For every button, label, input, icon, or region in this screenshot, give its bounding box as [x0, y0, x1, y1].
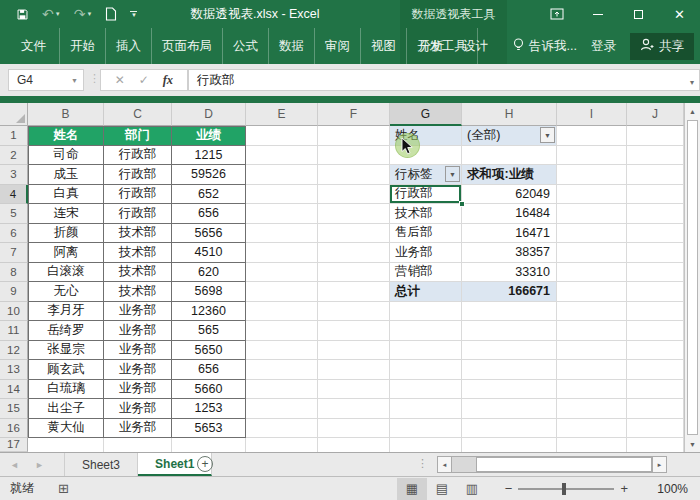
- page-break-view-icon[interactable]: ▥: [457, 478, 487, 500]
- cell-G17[interactable]: [390, 438, 462, 452]
- cell-H5[interactable]: 16484: [462, 204, 557, 224]
- row-header-2[interactable]: 2: [0, 146, 28, 166]
- row-header-6[interactable]: 6: [0, 224, 28, 244]
- page-layout-view-icon[interactable]: ▤: [427, 478, 457, 500]
- cell-H1[interactable]: (全部)▼: [462, 126, 557, 146]
- next-sheet-icon[interactable]: ►: [35, 460, 44, 470]
- cell-C4[interactable]: 行政部: [104, 185, 172, 205]
- cell-B15[interactable]: 出尘子: [28, 399, 104, 419]
- cell-F10[interactable]: [318, 302, 390, 322]
- ribbon-display-options-icon[interactable]: [536, 0, 577, 28]
- cell-J1[interactable]: [627, 126, 684, 146]
- cell-B2[interactable]: 司命: [28, 146, 104, 166]
- cell-F14[interactable]: [318, 380, 390, 400]
- cell-H7[interactable]: 38357: [462, 243, 557, 263]
- share-button[interactable]: 共享: [630, 33, 694, 60]
- cell-I7[interactable]: [557, 243, 627, 263]
- horizontal-scrollbar[interactable]: ◄ ►: [437, 456, 667, 473]
- cell-G7[interactable]: 业务部: [390, 243, 462, 263]
- row-header-8[interactable]: 8: [0, 263, 28, 283]
- cell-H2[interactable]: [462, 146, 557, 166]
- cell-C5[interactable]: 行政部: [104, 204, 172, 224]
- cell-D10[interactable]: 12360: [172, 302, 246, 322]
- cell-F2[interactable]: [318, 146, 390, 166]
- cell-F11[interactable]: [318, 321, 390, 341]
- row-header-13[interactable]: 13: [0, 360, 28, 380]
- row-header-10[interactable]: 10: [0, 302, 28, 322]
- cell-I5[interactable]: [557, 204, 627, 224]
- cell-J9[interactable]: [627, 282, 684, 302]
- cell-F4[interactable]: [318, 185, 390, 205]
- cell-C2[interactable]: 行政部: [104, 146, 172, 166]
- cell-I15[interactable]: [557, 399, 627, 419]
- cell-D14[interactable]: 5660: [172, 380, 246, 400]
- cell-D3[interactable]: 59526: [172, 165, 246, 185]
- tab-design[interactable]: 设计: [463, 38, 488, 55]
- cell-B12[interactable]: 张显宗: [28, 341, 104, 361]
- zoom-out-icon[interactable]: −: [499, 481, 519, 496]
- prev-sheet-icon[interactable]: ◄: [10, 460, 19, 470]
- cell-F3[interactable]: [318, 165, 390, 185]
- column-header-I[interactable]: I: [557, 103, 627, 126]
- cell-B8[interactable]: 白滚滚: [28, 263, 104, 283]
- tab-insert[interactable]: 插入: [106, 28, 152, 64]
- column-header-G[interactable]: G: [390, 103, 462, 126]
- row-header-7[interactable]: 7: [0, 243, 28, 263]
- cell-B13[interactable]: 顾玄武: [28, 360, 104, 380]
- vertical-scrollbar[interactable]: ▲ ▼: [684, 103, 700, 452]
- save-icon[interactable]: [16, 8, 29, 21]
- zoom-in-icon[interactable]: +: [614, 481, 634, 496]
- cell-H8[interactable]: 33310: [462, 263, 557, 283]
- scroll-left-icon[interactable]: ◄: [437, 456, 452, 473]
- cell-E1[interactable]: [246, 126, 318, 146]
- cell-E8[interactable]: [246, 263, 318, 283]
- cell-E17[interactable]: [246, 438, 318, 452]
- cell-D4[interactable]: 652: [172, 185, 246, 205]
- cell-J10[interactable]: [627, 302, 684, 322]
- cell-B7[interactable]: 阿离: [28, 243, 104, 263]
- cell-I16[interactable]: [557, 419, 627, 439]
- cell-I9[interactable]: [557, 282, 627, 302]
- sign-in-button[interactable]: 登录: [591, 38, 616, 55]
- cell-D15[interactable]: 1253: [172, 399, 246, 419]
- cell-C3[interactable]: 行政部: [104, 165, 172, 185]
- cell-I3[interactable]: [557, 165, 627, 185]
- cell-F12[interactable]: [318, 341, 390, 361]
- add-sheet-button[interactable]: +: [197, 456, 213, 472]
- scroll-down-icon[interactable]: ▼: [685, 436, 700, 452]
- cell-H6[interactable]: 16471: [462, 224, 557, 244]
- cell-J8[interactable]: [627, 263, 684, 283]
- fill-handle[interactable]: [459, 201, 465, 207]
- cell-B11[interactable]: 岳绮罗: [28, 321, 104, 341]
- cell-B4[interactable]: 白真: [28, 185, 104, 205]
- cell-J17[interactable]: [627, 438, 684, 452]
- cell-J7[interactable]: [627, 243, 684, 263]
- zoom-slider-thumb[interactable]: [562, 483, 566, 495]
- cell-F6[interactable]: [318, 224, 390, 244]
- formula-input[interactable]: 行政部 ▾: [188, 69, 700, 91]
- column-header-E[interactable]: E: [246, 103, 318, 126]
- minimize-button[interactable]: [577, 0, 618, 28]
- cell-E14[interactable]: [246, 380, 318, 400]
- row-header-11[interactable]: 11: [0, 321, 28, 341]
- row-header-14[interactable]: 14: [0, 380, 28, 400]
- cell-E7[interactable]: [246, 243, 318, 263]
- zoom-level-label[interactable]: 100%: [638, 482, 688, 496]
- tab-file[interactable]: 文件: [8, 28, 60, 64]
- row-header-3[interactable]: 3: [0, 165, 28, 185]
- cell-H15[interactable]: [462, 399, 557, 419]
- cell-H17[interactable]: [462, 438, 557, 452]
- column-header-F[interactable]: F: [318, 103, 390, 126]
- row-header-17[interactable]: 17: [0, 438, 28, 452]
- cell-B17[interactable]: [28, 438, 104, 452]
- horizontal-scroll-track[interactable]: [452, 456, 652, 473]
- cell-E12[interactable]: [246, 341, 318, 361]
- cell-I4[interactable]: [557, 185, 627, 205]
- cell-B10[interactable]: 李月牙: [28, 302, 104, 322]
- cell-I14[interactable]: [557, 380, 627, 400]
- cell-F8[interactable]: [318, 263, 390, 283]
- cell-E5[interactable]: [246, 204, 318, 224]
- cell-D17[interactable]: [172, 438, 246, 452]
- cell-C13[interactable]: 业务部: [104, 360, 172, 380]
- new-document-icon[interactable]: [105, 7, 117, 21]
